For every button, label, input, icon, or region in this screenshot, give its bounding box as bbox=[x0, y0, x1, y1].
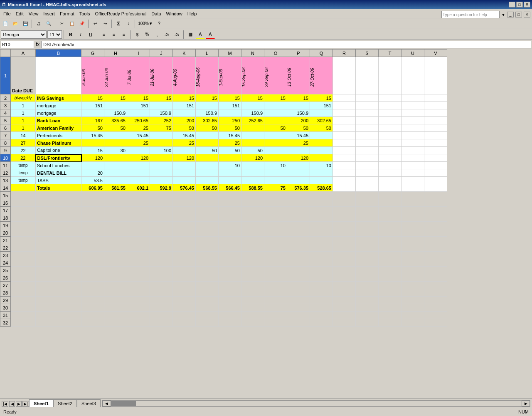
zoom-select[interactable]: 100%▼ bbox=[137, 19, 154, 28]
cell-A6[interactable]: 1 bbox=[11, 124, 36, 132]
cell-Q10[interactable] bbox=[310, 154, 333, 162]
col-header-R[interactable]: R bbox=[333, 50, 356, 57]
rows-container[interactable]: A B G H I J K L M N O P Q R S bbox=[0, 49, 532, 392]
cell-M9[interactable]: 50 bbox=[219, 147, 241, 154]
cell-H8[interactable] bbox=[104, 139, 127, 147]
cell-V5[interactable] bbox=[424, 117, 447, 124]
cell-U1[interactable] bbox=[401, 57, 424, 94]
cell-P5[interactable]: 200 bbox=[287, 117, 310, 124]
cell-A5[interactable]: 1 bbox=[11, 117, 36, 124]
cell-V14[interactable] bbox=[424, 184, 447, 192]
cell-G2[interactable]: 15 bbox=[81, 94, 104, 102]
cell-G5[interactable]: 167 bbox=[81, 117, 104, 124]
cell-U13[interactable] bbox=[401, 177, 424, 184]
cell-M12[interactable] bbox=[219, 169, 241, 177]
cell-A2[interactable]: bi-weekly bbox=[11, 94, 36, 102]
cell-R14[interactable] bbox=[333, 184, 356, 192]
cell-B12[interactable]: DENTAL BILL bbox=[36, 169, 81, 177]
cell-I10[interactable]: 120 bbox=[127, 154, 150, 162]
cell-N8[interactable] bbox=[241, 139, 264, 147]
cell-H4[interactable]: 150.9 bbox=[104, 109, 127, 117]
cell-A14[interactable] bbox=[11, 184, 36, 192]
cell-U8[interactable] bbox=[401, 139, 424, 147]
cell-R10[interactable] bbox=[333, 154, 356, 162]
help-input[interactable] bbox=[441, 11, 500, 18]
cell-T14[interactable] bbox=[379, 184, 401, 192]
cell-B14[interactable]: Totals bbox=[36, 184, 81, 192]
cut-btn[interactable]: ✂ bbox=[57, 19, 66, 28]
cell-L13[interactable] bbox=[196, 177, 219, 184]
cell-J14[interactable]: 592.9 bbox=[150, 184, 173, 192]
size-select[interactable]: 11 bbox=[47, 30, 62, 39]
col-header-S[interactable]: S bbox=[356, 50, 379, 57]
cell-I3[interactable]: 151 bbox=[127, 102, 150, 109]
cell-T4[interactable] bbox=[379, 109, 401, 117]
menu-help[interactable]: Help bbox=[185, 10, 200, 17]
cell-T11[interactable] bbox=[379, 162, 401, 169]
cell-K13[interactable] bbox=[173, 177, 196, 184]
borders-btn[interactable]: ▦ bbox=[186, 30, 195, 39]
cell-S13[interactable] bbox=[356, 177, 379, 184]
cell-S9[interactable] bbox=[356, 147, 379, 154]
cell-U11[interactable] bbox=[401, 162, 424, 169]
col-header-J[interactable]: J bbox=[150, 50, 173, 57]
menu-edit[interactable]: Edit bbox=[13, 10, 26, 17]
cell-O6[interactable]: 50 bbox=[264, 124, 287, 132]
cell-R13[interactable] bbox=[333, 177, 356, 184]
cell-U7[interactable] bbox=[401, 132, 424, 139]
cell-U2[interactable] bbox=[401, 94, 424, 102]
formula-input[interactable] bbox=[41, 41, 531, 48]
cell-L7[interactable] bbox=[196, 132, 219, 139]
fill-color-btn[interactable]: A bbox=[196, 30, 205, 39]
cell-K6[interactable]: 50 bbox=[173, 124, 196, 132]
copy-btn[interactable]: 📋 bbox=[67, 19, 76, 28]
menu-data[interactable]: Data bbox=[149, 10, 163, 17]
comma-btn[interactable]: , bbox=[153, 30, 162, 39]
cell-P4[interactable]: 150.9 bbox=[287, 109, 310, 117]
menu-file[interactable]: File bbox=[1, 10, 13, 17]
cell-O1[interactable]: 29-Sep-06 bbox=[264, 57, 287, 94]
col-header-A[interactable]: A bbox=[11, 50, 36, 57]
cell-L8[interactable] bbox=[196, 139, 219, 147]
cell-P1[interactable]: 13-Oct-06 bbox=[287, 57, 310, 94]
menu-officeready[interactable]: OfficeReady Professional bbox=[92, 10, 149, 17]
cell-P12[interactable] bbox=[287, 169, 310, 177]
cell-B4[interactable]: mortgage bbox=[36, 109, 81, 117]
save-btn[interactable]: 💾 bbox=[21, 19, 30, 28]
cell-K8[interactable]: 25 bbox=[173, 139, 196, 147]
cell-B8[interactable]: Chase Platinum bbox=[36, 139, 81, 147]
cell-U6[interactable] bbox=[401, 124, 424, 132]
paste-btn[interactable]: 📌 bbox=[77, 19, 86, 28]
cell-O2[interactable]: 15 bbox=[264, 94, 287, 102]
maximize-button[interactable]: □ bbox=[516, 2, 523, 7]
cell-Q2[interactable]: 15 bbox=[310, 94, 333, 102]
cell-A10[interactable]: 22 bbox=[11, 154, 36, 162]
cell-L5[interactable]: 302.65 bbox=[196, 117, 219, 124]
cell-L11[interactable] bbox=[196, 162, 219, 169]
cell-V8[interactable] bbox=[424, 139, 447, 147]
cell-B7[interactable]: Perfectcents bbox=[36, 132, 81, 139]
cell-R2[interactable] bbox=[333, 94, 356, 102]
cell-B13[interactable]: TABS bbox=[36, 177, 81, 184]
cell-H14[interactable]: 581.55 bbox=[104, 184, 127, 192]
cell-R11[interactable] bbox=[333, 162, 356, 169]
window-min-btn[interactable]: _ bbox=[507, 12, 514, 17]
cell-V2[interactable] bbox=[424, 94, 447, 102]
cell-J9[interactable]: 100 bbox=[150, 147, 173, 154]
cell-G4[interactable] bbox=[81, 109, 104, 117]
cell-N7[interactable] bbox=[241, 132, 264, 139]
cell-T8[interactable] bbox=[379, 139, 401, 147]
cell-S14[interactable] bbox=[356, 184, 379, 192]
align-left-btn[interactable]: ≡ bbox=[99, 30, 108, 39]
cell-S4[interactable] bbox=[356, 109, 379, 117]
cell-L3[interactable] bbox=[196, 102, 219, 109]
cell-J8[interactable] bbox=[150, 139, 173, 147]
cell-Q13[interactable] bbox=[310, 177, 333, 184]
cell-A8[interactable]: 27 bbox=[11, 139, 36, 147]
cell-J6[interactable]: 75 bbox=[150, 124, 173, 132]
cell-P3[interactable] bbox=[287, 102, 310, 109]
cell-S2[interactable] bbox=[356, 94, 379, 102]
cell-J13[interactable] bbox=[150, 177, 173, 184]
cell-N9[interactable]: 50 bbox=[241, 147, 264, 154]
cell-B6[interactable]: American Family bbox=[36, 124, 81, 132]
